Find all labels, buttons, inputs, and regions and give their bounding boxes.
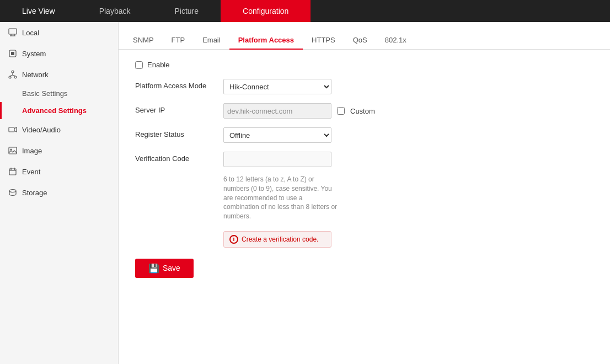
main-content: SNMP FTP Email Platform Access HTTPS QoS… [119, 22, 610, 364]
tab-ftp[interactable]: FTP [163, 31, 194, 50]
svg-point-19 [9, 190, 16, 192]
sidebar-item-advanced-settings[interactable]: Advanced Settings [0, 102, 118, 119]
verification-alert-text: Create a verification code. [242, 235, 318, 243]
monitor-icon [8, 28, 18, 38]
svg-point-14 [10, 149, 12, 151]
verification-alert[interactable]: i Create a verification code. [223, 231, 331, 248]
video-icon [8, 125, 18, 135]
save-button[interactable]: 💾 Save [135, 259, 194, 278]
sidebar-label-system: System [22, 50, 46, 58]
tab-email[interactable]: Email [194, 31, 229, 50]
server-ip-label: Server IP [135, 103, 223, 114]
tab-platform-access[interactable]: Platform Access [229, 31, 303, 50]
sidebar: Local System Network Basic Settings Adva… [0, 22, 119, 364]
top-navigation: Live View Playback Picture Configuration [0, 0, 610, 22]
sidebar-label-event: Event [22, 168, 40, 176]
svg-point-8 [14, 76, 17, 78]
enable-row: Enable [135, 61, 593, 69]
sidebar-label-image: Image [22, 147, 42, 155]
svg-rect-12 [9, 127, 14, 132]
server-ip-row: Server IP Custom [135, 103, 593, 119]
tab-https[interactable]: HTTPS [303, 31, 344, 50]
server-ip-input[interactable] [223, 103, 331, 119]
platform-access-mode-label: Platform Access Mode [135, 79, 223, 90]
nav-playback[interactable]: Playback [77, 0, 153, 22]
nav-configuration[interactable]: Configuration [221, 0, 311, 22]
alert-icon: i [229, 235, 238, 244]
network-icon [8, 69, 18, 79]
platform-access-mode-select[interactable]: Hik-Connect ISAPI SDK [223, 79, 331, 94]
platform-access-mode-control: Hik-Connect ISAPI SDK [223, 79, 593, 94]
main-layout: Local System Network Basic Settings Adva… [0, 22, 610, 364]
sidebar-item-local[interactable]: Local [0, 22, 118, 43]
verification-code-label: Verification Code [135, 152, 223, 163]
sidebar-item-video-audio[interactable]: Video/Audio [0, 119, 118, 140]
svg-rect-5 [11, 52, 14, 55]
svg-rect-15 [9, 169, 16, 175]
sidebar-item-basic-settings[interactable]: Basic Settings [0, 85, 118, 102]
svg-line-11 [13, 75, 15, 76]
verification-code-row: Verification Code 6 to 12 letters (a to … [135, 152, 593, 248]
tab-qos[interactable]: QoS [344, 31, 376, 50]
custom-label[interactable]: Custom [350, 107, 375, 115]
system-icon [8, 49, 18, 58]
register-status-control: Offline Online [223, 127, 593, 143]
custom-checkbox[interactable] [337, 107, 345, 115]
platform-access-form: Enable Platform Access Mode Hik-Connect … [119, 50, 610, 289]
sidebar-item-network[interactable]: Network [0, 64, 118, 85]
server-ip-control: Custom [223, 103, 593, 119]
svg-point-6 [12, 71, 14, 73]
verification-code-input[interactable] [223, 152, 331, 167]
svg-rect-0 [9, 29, 17, 34]
tab-bar: SNMP FTP Email Platform Access HTTPS QoS… [119, 22, 610, 50]
nav-live-view[interactable]: Live View [0, 0, 77, 22]
register-status-select[interactable]: Offline Online [223, 127, 331, 143]
image-icon [8, 146, 18, 156]
tab-802-1x[interactable]: 802.1x [376, 31, 415, 50]
platform-access-mode-row: Platform Access Mode Hik-Connect ISAPI S… [135, 79, 593, 94]
enable-checkbox[interactable] [135, 61, 143, 69]
nav-picture[interactable]: Picture [152, 0, 221, 22]
save-icon: 💾 [148, 263, 159, 274]
sidebar-item-image[interactable]: Image [0, 140, 118, 161]
sidebar-label-video-audio: Video/Audio [22, 126, 61, 134]
register-status-row: Register Status Offline Online [135, 127, 593, 143]
save-button-label: Save [163, 264, 180, 272]
sidebar-item-storage[interactable]: Storage [0, 182, 118, 203]
storage-icon [8, 188, 18, 197]
sidebar-label-local: Local [22, 29, 39, 37]
svg-point-7 [9, 76, 11, 78]
tab-snmp[interactable]: SNMP [124, 31, 163, 50]
sidebar-label-storage: Storage [22, 189, 47, 197]
verification-hint: 6 to 12 letters (a to z, A to Z) or numb… [223, 175, 339, 221]
sidebar-item-event[interactable]: Event [0, 161, 118, 182]
sidebar-label-network: Network [22, 71, 49, 79]
svg-line-10 [10, 75, 13, 76]
event-icon [8, 167, 18, 176]
sidebar-item-system[interactable]: System [0, 43, 118, 64]
register-status-label: Register Status [135, 127, 223, 138]
enable-label[interactable]: Enable [147, 61, 169, 69]
svg-rect-13 [9, 147, 17, 154]
verification-code-control: 6 to 12 letters (a to z, A to Z) or numb… [223, 152, 593, 248]
